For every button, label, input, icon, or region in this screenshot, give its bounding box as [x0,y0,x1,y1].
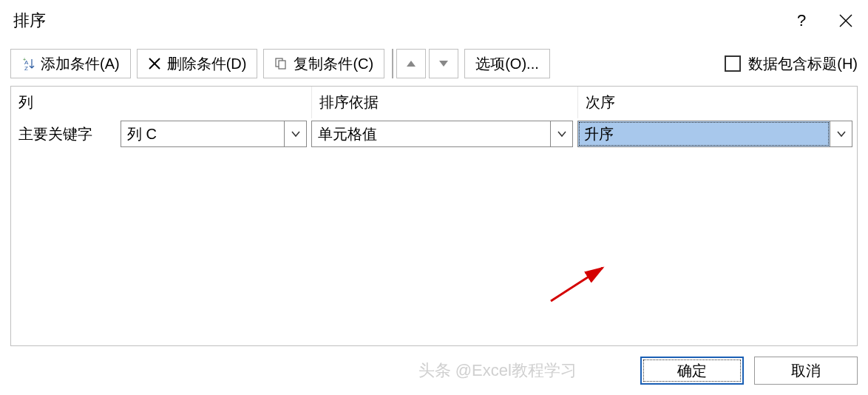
add-level-label: 添加条件(A) [41,54,120,74]
header-sorton: 排序依据 [311,87,577,118]
header-order: 次序 [577,87,857,118]
svg-line-11 [551,268,603,301]
move-up-button[interactable] [396,49,426,78]
svg-marker-9 [407,61,416,67]
add-sort-icon: + A Z [21,56,35,71]
sort-level-row: 主要关键字 列 C 单元格值 升序 [11,118,857,149]
order-combo[interactable]: 升序 [577,121,852,147]
column-combo[interactable]: 列 C [121,121,307,147]
order-combo-value: 升序 [578,121,830,146]
chevron-down-icon [830,121,852,146]
delete-icon [148,57,161,70]
header-checkbox[interactable]: 数据包含标题(H) [725,54,858,74]
delete-level-button[interactable]: 删除条件(D) [137,49,258,78]
copy-icon [274,57,288,70]
sort-grid: 列 排序依据 次序 主要关键字 列 C 单元格值 升序 [10,86,858,346]
titlebar: 排序 ? [0,0,868,41]
ok-label: 确定 [677,361,707,381]
chevron-down-icon [284,121,306,146]
dialog-footer: 确定 取消 [0,346,868,395]
cancel-button[interactable]: 取消 [754,357,858,385]
header-column: 列 [11,87,311,118]
toolbar: + A Z 添加条件(A) 删除条件(D) [0,41,868,86]
sorton-combo[interactable]: 单元格值 [311,121,573,147]
sorton-combo-value: 单元格值 [312,121,550,146]
grid-header: 列 排序依据 次序 [11,87,857,118]
cancel-label: 取消 [791,361,821,381]
chevron-up-icon [406,60,416,67]
svg-rect-8 [279,61,285,69]
copy-level-label: 复制条件(C) [294,54,373,74]
sort-dialog: 排序 ? + A Z 添加条件(A) [0,0,868,395]
close-button[interactable] [824,0,868,41]
column-combo-value: 列 C [121,121,284,146]
move-down-button[interactable] [429,49,458,78]
close-icon [839,14,852,27]
move-group [392,49,458,78]
options-label: 选项(O)... [475,54,539,74]
ok-button[interactable]: 确定 [640,357,744,385]
chevron-down-icon [438,60,449,67]
options-button[interactable]: 选项(O)... [464,49,550,78]
dialog-title: 排序 [13,10,779,32]
row-key-label: 主要关键字 [11,124,121,144]
header-checkbox-label: 数据包含标题(H) [748,54,858,74]
delete-level-label: 删除条件(D) [167,54,247,74]
help-button[interactable]: ? [779,0,824,41]
chevron-down-icon [550,121,572,146]
checkbox-icon [725,55,741,72]
svg-marker-10 [439,61,448,67]
copy-level-button[interactable]: 复制条件(C) [263,49,384,78]
annotation-arrow-icon [543,264,617,308]
svg-text:Z: Z [24,65,28,71]
add-level-button[interactable]: + A Z 添加条件(A) [10,49,131,78]
